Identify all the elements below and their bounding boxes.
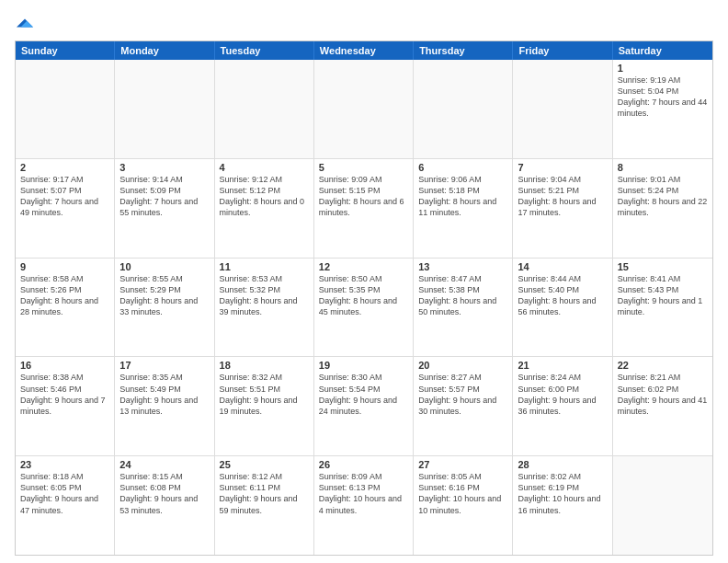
header-day-friday: Friday	[513, 41, 612, 60]
header-day-monday: Monday	[115, 41, 214, 60]
day-info: Sunrise: 9:12 AM Sunset: 5:12 PM Dayligh…	[220, 174, 309, 219]
day-info: Sunrise: 8:41 AM Sunset: 5:43 PM Dayligh…	[618, 273, 708, 318]
calendar-cell	[414, 60, 513, 158]
day-info: Sunrise: 8:09 AM Sunset: 6:13 PM Dayligh…	[319, 471, 408, 516]
calendar-week-5: 23Sunrise: 8:18 AM Sunset: 6:05 PM Dayli…	[16, 456, 712, 555]
day-number: 28	[518, 459, 607, 470]
day-number: 6	[418, 162, 507, 173]
calendar-cell: 6Sunrise: 9:06 AM Sunset: 5:18 PM Daylig…	[414, 159, 513, 258]
calendar-cell: 20Sunrise: 8:27 AM Sunset: 5:57 PM Dayli…	[414, 357, 513, 455]
page-header	[15, 11, 713, 35]
day-number: 19	[319, 360, 408, 371]
day-number: 10	[119, 261, 209, 272]
calendar-cell: 5Sunrise: 9:09 AM Sunset: 5:15 PM Daylig…	[314, 159, 414, 258]
logo-icon	[17, 15, 33, 31]
day-number: 17	[119, 360, 209, 371]
calendar-cell: 22Sunrise: 8:21 AM Sunset: 6:02 PM Dayli…	[613, 357, 712, 455]
day-number: 1	[618, 63, 708, 74]
day-info: Sunrise: 9:14 AM Sunset: 5:09 PM Dayligh…	[119, 174, 209, 219]
day-info: Sunrise: 8:44 AM Sunset: 5:40 PM Dayligh…	[518, 273, 607, 318]
calendar-cell	[115, 60, 214, 158]
day-number: 18	[220, 360, 309, 371]
day-number: 5	[319, 162, 408, 173]
calendar-cell: 15Sunrise: 8:41 AM Sunset: 5:43 PM Dayli…	[613, 259, 712, 357]
calendar-cell: 13Sunrise: 8:47 AM Sunset: 5:38 PM Dayli…	[414, 259, 513, 357]
day-info: Sunrise: 8:53 AM Sunset: 5:32 PM Dayligh…	[220, 273, 309, 318]
day-info: Sunrise: 8:50 AM Sunset: 5:35 PM Dayligh…	[319, 273, 408, 318]
header-day-saturday: Saturday	[613, 41, 712, 60]
header-day-wednesday: Wednesday	[314, 41, 414, 60]
day-info: Sunrise: 9:01 AM Sunset: 5:24 PM Dayligh…	[618, 174, 708, 219]
calendar-cell: 7Sunrise: 9:04 AM Sunset: 5:21 PM Daylig…	[513, 159, 612, 258]
day-info: Sunrise: 9:04 AM Sunset: 5:21 PM Dayligh…	[518, 174, 607, 219]
calendar-cell: 26Sunrise: 8:09 AM Sunset: 6:13 PM Dayli…	[314, 456, 414, 555]
calendar-header: SundayMondayTuesdayWednesdayThursdayFrid…	[16, 41, 712, 60]
day-info: Sunrise: 8:15 AM Sunset: 6:08 PM Dayligh…	[119, 471, 209, 516]
day-number: 22	[618, 360, 708, 371]
calendar-cell: 24Sunrise: 8:15 AM Sunset: 6:08 PM Dayli…	[115, 456, 214, 555]
calendar-cell: 16Sunrise: 8:38 AM Sunset: 5:46 PM Dayli…	[16, 357, 115, 455]
calendar-cell: 1Sunrise: 9:19 AM Sunset: 5:04 PM Daylig…	[613, 60, 712, 158]
calendar-week-2: 2Sunrise: 9:17 AM Sunset: 5:07 PM Daylig…	[16, 159, 712, 259]
day-number: 21	[518, 360, 607, 371]
day-number: 14	[518, 261, 607, 272]
day-info: Sunrise: 8:32 AM Sunset: 5:51 PM Dayligh…	[220, 372, 309, 417]
calendar-cell: 2Sunrise: 9:17 AM Sunset: 5:07 PM Daylig…	[16, 159, 115, 258]
calendar-cell: 14Sunrise: 8:44 AM Sunset: 5:40 PM Dayli…	[513, 259, 612, 357]
calendar-cell: 27Sunrise: 8:05 AM Sunset: 6:16 PM Dayli…	[414, 456, 513, 555]
calendar-cell: 25Sunrise: 8:12 AM Sunset: 6:11 PM Dayli…	[215, 456, 314, 555]
calendar-cell	[613, 456, 712, 555]
day-info: Sunrise: 8:24 AM Sunset: 6:00 PM Dayligh…	[518, 372, 607, 417]
day-info: Sunrise: 8:38 AM Sunset: 5:46 PM Dayligh…	[20, 372, 109, 417]
calendar-cell	[314, 60, 414, 158]
day-number: 12	[319, 261, 408, 272]
day-number: 24	[119, 459, 209, 470]
day-number: 8	[618, 162, 708, 173]
calendar-cell: 23Sunrise: 8:18 AM Sunset: 6:05 PM Dayli…	[16, 456, 115, 555]
day-info: Sunrise: 9:17 AM Sunset: 5:07 PM Dayligh…	[20, 174, 109, 219]
day-info: Sunrise: 8:05 AM Sunset: 6:16 PM Dayligh…	[418, 471, 507, 516]
day-number: 7	[518, 162, 607, 173]
day-number: 16	[20, 360, 109, 371]
calendar-cell: 28Sunrise: 8:02 AM Sunset: 6:19 PM Dayli…	[513, 456, 612, 555]
day-number: 26	[319, 459, 408, 470]
day-info: Sunrise: 9:09 AM Sunset: 5:15 PM Dayligh…	[319, 174, 408, 219]
day-info: Sunrise: 9:06 AM Sunset: 5:18 PM Dayligh…	[418, 174, 507, 219]
day-number: 11	[220, 261, 309, 272]
day-info: Sunrise: 8:27 AM Sunset: 5:57 PM Dayligh…	[418, 372, 507, 417]
day-number: 27	[418, 459, 507, 470]
day-info: Sunrise: 8:35 AM Sunset: 5:49 PM Dayligh…	[119, 372, 209, 417]
calendar-cell: 3Sunrise: 9:14 AM Sunset: 5:09 PM Daylig…	[115, 159, 214, 258]
calendar-cell: 12Sunrise: 8:50 AM Sunset: 5:35 PM Dayli…	[314, 259, 414, 357]
calendar-cell: 8Sunrise: 9:01 AM Sunset: 5:24 PM Daylig…	[613, 159, 712, 258]
header-day-tuesday: Tuesday	[215, 41, 314, 60]
calendar-cell: 21Sunrise: 8:24 AM Sunset: 6:00 PM Dayli…	[513, 357, 612, 455]
calendar-cell: 11Sunrise: 8:53 AM Sunset: 5:32 PM Dayli…	[215, 259, 314, 357]
day-info: Sunrise: 8:58 AM Sunset: 5:26 PM Dayligh…	[20, 273, 109, 318]
calendar-week-3: 9Sunrise: 8:58 AM Sunset: 5:26 PM Daylig…	[16, 259, 712, 358]
day-number: 9	[20, 261, 109, 272]
calendar: SundayMondayTuesdayWednesdayThursdayFrid…	[15, 40, 713, 556]
calendar-cell: 18Sunrise: 8:32 AM Sunset: 5:51 PM Dayli…	[215, 357, 314, 455]
header-day-thursday: Thursday	[414, 41, 513, 60]
calendar-cell: 4Sunrise: 9:12 AM Sunset: 5:12 PM Daylig…	[215, 159, 314, 258]
day-info: Sunrise: 8:55 AM Sunset: 5:29 PM Dayligh…	[119, 273, 209, 318]
day-info: Sunrise: 8:02 AM Sunset: 6:19 PM Dayligh…	[518, 471, 607, 516]
day-number: 2	[20, 162, 109, 173]
calendar-cell: 19Sunrise: 8:30 AM Sunset: 5:54 PM Dayli…	[314, 357, 414, 455]
logo	[15, 15, 33, 35]
day-number: 13	[418, 261, 507, 272]
day-info: Sunrise: 8:12 AM Sunset: 6:11 PM Dayligh…	[220, 471, 309, 516]
day-number: 4	[220, 162, 309, 173]
calendar-week-1: 1Sunrise: 9:19 AM Sunset: 5:04 PM Daylig…	[16, 60, 712, 159]
calendar-cell	[513, 60, 612, 158]
day-info: Sunrise: 9:19 AM Sunset: 5:04 PM Dayligh…	[618, 75, 708, 120]
calendar-cell	[16, 60, 115, 158]
day-number: 20	[418, 360, 507, 371]
day-info: Sunrise: 8:18 AM Sunset: 6:05 PM Dayligh…	[20, 471, 109, 516]
day-number: 25	[220, 459, 309, 470]
header-day-sunday: Sunday	[16, 41, 115, 60]
calendar-cell	[215, 60, 314, 158]
day-info: Sunrise: 8:21 AM Sunset: 6:02 PM Dayligh…	[618, 372, 708, 417]
calendar-cell: 17Sunrise: 8:35 AM Sunset: 5:49 PM Dayli…	[115, 357, 214, 455]
